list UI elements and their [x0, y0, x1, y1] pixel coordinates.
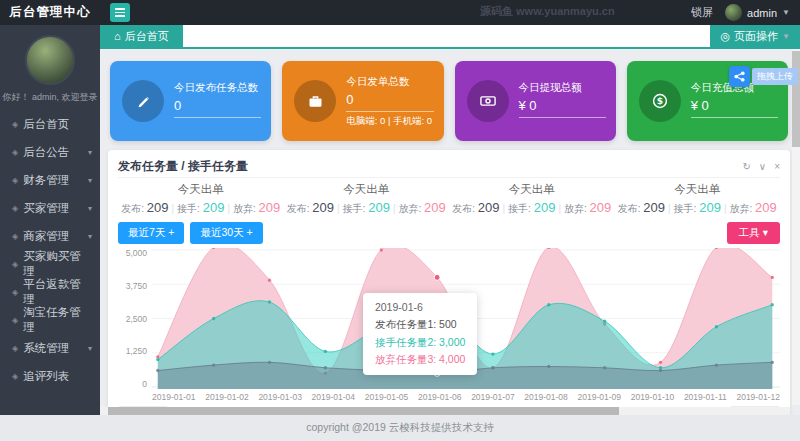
sidebar-item-merchants[interactable]: ◈ 商家管理 ▾ [0, 222, 100, 250]
chart-tooltip: 2019-01-6 发布任务量1: 500 接手任务量2: 3,000 放弃任务… [363, 293, 477, 375]
home-icon: ⌂ [114, 30, 121, 42]
sidebar-item-review-list[interactable]: ◈ 追评列表 [0, 362, 100, 390]
svg-text:$: $ [657, 96, 663, 106]
card-withdrawals: 今日提现总额 ¥ 0 [455, 61, 616, 141]
horizontal-scrollbar[interactable] [100, 407, 790, 415]
chevron-down-icon: ▾ [88, 176, 92, 185]
chevron-down-icon: ▾ [88, 232, 92, 241]
chevron-down-icon: ▼ [782, 32, 790, 41]
horizontal-scrollbar-thumb[interactable] [108, 407, 619, 415]
sidebar-item-system[interactable]: ◈ 系统管理 ▾ [0, 334, 100, 362]
watermark-text: 源码鱼 www.yuanmayu.cn [480, 4, 615, 19]
page-footer: copyright @2019 云梭科技提供技术支持 [0, 415, 800, 441]
copyright-text: copyright @2019 云梭科技提供技术支持 [306, 421, 493, 435]
tab-bar: ⌂ 后台首页 ◎ 页面操作 ▼ [100, 25, 800, 49]
sidebar-item-buyer-purchases[interactable]: ◈ 买家购买管理 [0, 250, 100, 278]
y-axis-label: 1,250 [126, 346, 147, 356]
today-stat-col-2: 今天出单 发布: 209|接手: 209|放弃: 209 [284, 182, 450, 216]
close-icon[interactable]: × [774, 161, 780, 172]
page-actions-button[interactable]: ◎ 页面操作 ▼ [710, 25, 800, 47]
user-avatar [25, 35, 75, 85]
target-icon: ◎ [720, 30, 730, 43]
menu-icon: ◈ [12, 232, 18, 241]
x-axis: 2019-01-012019-01-022019-01-032019-01-04… [118, 389, 780, 402]
collapse-icon[interactable]: ∨ [759, 161, 766, 172]
x-axis-label: 2019-01-12 [736, 392, 779, 402]
menu-icon: ◈ [12, 344, 18, 353]
menu-icon: ◈ [12, 372, 18, 381]
sidebar-item-finance[interactable]: ◈ 财务管理 ▾ [0, 166, 100, 194]
today-stat-col-1: 今天出单 发布: 209|接手: 209|放弃: 209 [118, 182, 284, 216]
sidebar: 你好！ admin, 欢迎登录 ◈ 后台首页 ◈ 后台公告 ▾ ◈ 财务管理 ▾… [0, 25, 100, 415]
y-axis: 5,0003,7502,5001,2500 [118, 248, 152, 389]
x-axis-label: 2019-01-05 [365, 392, 408, 402]
recent-7-days-button[interactable]: 最近7天 + [118, 222, 184, 244]
recent-30-days-button[interactable]: 最近30天 + [190, 222, 262, 244]
card-orders-breakdown: 电脑端: 0 | 手机端: 0 [346, 115, 433, 128]
share-nodes-icon [729, 66, 750, 87]
menu-icon: ◈ [12, 288, 18, 297]
stat-cards-row: 今日发布任务总数 0 今日发单总数 0 电脑端: 0 | 手机端: 0 [110, 61, 788, 141]
sidebar-item-home[interactable]: ◈ 后台首页 [0, 110, 100, 138]
username: admin [747, 7, 777, 19]
chevron-down-icon: ▾ [88, 204, 92, 213]
chevron-down-icon: ▼ [782, 8, 790, 17]
float-upload-widget[interactable]: 拖拽上传 [729, 66, 798, 87]
lock-screen-link[interactable]: 锁屏 [691, 5, 713, 20]
pen-icon [122, 80, 164, 122]
card-published-tasks: 今日发布任务总数 0 [110, 61, 271, 141]
menu-icon: ◈ [12, 316, 18, 325]
x-axis-label: 2019-01-06 [418, 392, 461, 402]
x-axis-label: 2019-01-10 [631, 392, 674, 402]
vertical-scrollbar[interactable] [792, 49, 800, 405]
sidebar-toggle-button[interactable] [110, 3, 130, 22]
tasks-chart-panel: 发布任务量 / 接手任务量 ↻ ∨ × 今天出单 发布: 209|接手: 209… [108, 150, 790, 415]
chevron-down-icon: ▾ [88, 148, 92, 157]
menu-icon: ◈ [12, 204, 18, 213]
card-orders: 今日发单总数 0 电脑端: 0 | 手机端: 0 [282, 61, 443, 141]
panel-title: 发布任务量 / 接手任务量 [118, 158, 248, 175]
tab-home[interactable]: ⌂ 后台首页 [100, 25, 183, 47]
x-axis-label: 2019-01-01 [152, 392, 195, 402]
menu-icon: ◈ [12, 120, 18, 129]
menu-icon: ◈ [12, 148, 18, 157]
refresh-icon[interactable]: ↻ [742, 161, 750, 172]
y-axis-label: 5,000 [126, 248, 147, 258]
dollar-icon: $ [639, 80, 681, 122]
sidebar-item-announcements[interactable]: ◈ 后台公告 ▾ [0, 138, 100, 166]
banknote-icon [467, 80, 509, 122]
task-area-chart[interactable]: 5,0003,7502,5001,2500 2019-01-6 发布任务量1: … [118, 248, 780, 389]
sidebar-item-taobao-tasks[interactable]: ◈ 淘宝任务管理 [0, 306, 100, 334]
menu-icon: ◈ [12, 176, 18, 185]
menu-icon: ◈ [12, 260, 18, 269]
sidebar-item-platform-refunds[interactable]: ◈ 平台返款管理 [0, 278, 100, 306]
app-title: 后台管理中心 [0, 4, 100, 21]
x-axis-label: 2019-01-11 [684, 392, 727, 402]
y-axis-label: 3,750 [126, 281, 147, 291]
x-axis-label: 2019-01-03 [258, 392, 301, 402]
y-axis-label: 0 [142, 379, 147, 389]
today-stat-col-3: 今天出单 发布: 209|接手: 209|放弃: 209 [449, 182, 615, 216]
top-header: 后台管理中心 源码鱼 www.yuanmayu.cn 锁屏 admin ▼ [0, 0, 800, 25]
user-dropdown[interactable]: admin ▼ [725, 4, 790, 21]
today-stat-col-4: 今天出单 发布: 209|接手: 209|放弃: 209 [615, 182, 781, 216]
float-widget-label: 拖拽上传 [752, 68, 798, 85]
x-axis-label: 2019-01-09 [578, 392, 621, 402]
chevron-down-icon: ▾ [88, 344, 92, 353]
greeting-text: 你好！ admin, 欢迎登录 [0, 91, 100, 104]
x-axis-label: 2019-01-02 [205, 392, 248, 402]
briefcase-icon [294, 80, 336, 122]
today-stats-row: 今天出单 发布: 209|接手: 209|放弃: 209 今天出单 发布: 20… [118, 182, 780, 216]
y-axis-label: 2,500 [126, 314, 147, 324]
x-axis-label: 2019-01-08 [524, 392, 567, 402]
sidebar-item-buyers[interactable]: ◈ 买家管理 ▾ [0, 194, 100, 222]
x-axis-label: 2019-01-04 [312, 392, 355, 402]
x-axis-label: 2019-01-07 [471, 392, 514, 402]
avatar [725, 4, 742, 21]
tools-button[interactable]: 工具 ▾ [727, 222, 780, 244]
